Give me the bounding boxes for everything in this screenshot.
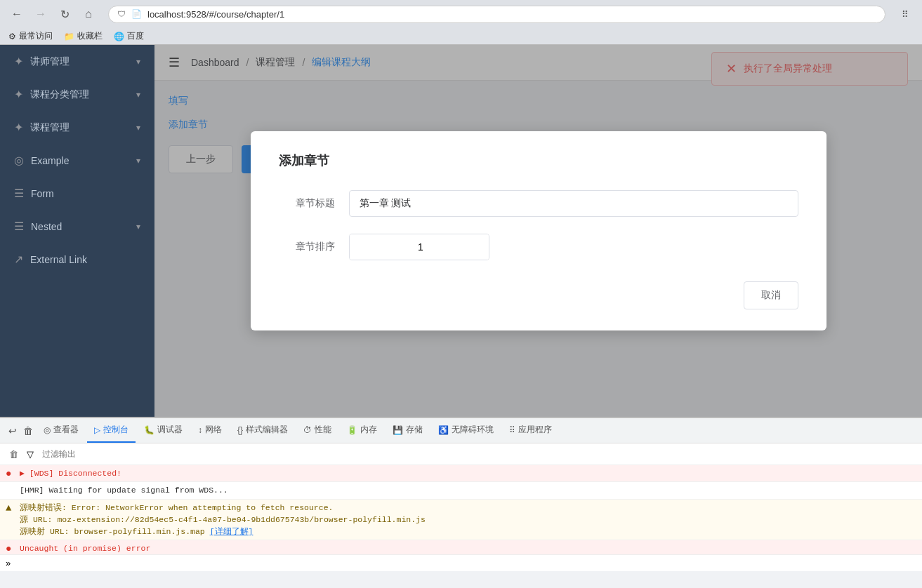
tab-application[interactable]: ⠿ 应用程序 (502, 418, 559, 443)
sidebar: ✦ 讲师管理 ▾ ✦ 课程分类管理 ▾ ✦ 课程管理 ▾ ◎ Example ▾… (0, 45, 154, 417)
bookmark-label: 最常访问 (19, 30, 53, 42)
tab-style-editor[interactable]: {} 样式编辑器 (230, 418, 295, 443)
gear-icon: ⚙ (8, 32, 16, 41)
devtools-console: ● ▶ [WDS] Disconnected! [HMR] Waiting fo… (0, 465, 922, 554)
application-icon: ⠿ (509, 425, 515, 435)
tab-label: 查看器 (53, 424, 79, 436)
refresh-button[interactable]: ↻ (55, 4, 74, 24)
bookmark-frequent[interactable]: ⚙ 最常访问 (8, 30, 53, 42)
tab-memory[interactable]: 🔋 内存 (340, 418, 384, 443)
sidebar-item-instructor[interactable]: ✦ 讲师管理 ▾ (0, 45, 154, 78)
sidebar-item-label: 课程分类管理 (30, 88, 129, 101)
course-icon: ✦ (14, 121, 23, 134)
console-row-source-map-error: ▲ 源映射错误: Error: NetworkError when attemp… (0, 500, 922, 541)
modal-footer: 取消 (279, 281, 798, 309)
url-text: localhost:9528/#/course/chapter/1 (147, 9, 876, 20)
prompt-symbol: » (6, 558, 11, 568)
warning-indicator-icon: ▲ (6, 502, 15, 514)
error-indicator-icon: ● (6, 468, 15, 479)
tab-label: 内存 (360, 424, 377, 436)
sidebar-item-course[interactable]: ✦ 课程管理 ▾ (0, 111, 154, 144)
cancel-button[interactable]: 取消 (744, 281, 798, 309)
browser-titlebar: ← → ↻ ⌂ 🛡 📄 localhost:9528/#/course/chap… (0, 0, 922, 28)
console-text: 源映射错误: Error: NetworkError when attempti… (20, 502, 916, 538)
console-input[interactable] (15, 559, 916, 568)
debugger-icon: 🐛 (144, 425, 154, 435)
tab-storage[interactable]: 💾 存储 (386, 418, 430, 443)
inspector-icon: ◎ (44, 425, 51, 435)
sidebar-item-example[interactable]: ◎ Example ▾ (0, 144, 154, 177)
chapter-order-input[interactable] (350, 234, 489, 260)
main-wrapper: ☰ Dashboard / 课程管理 / 编辑课程大纲 ✕ 执行了全局异常处理 … (154, 45, 922, 417)
memory-icon: 🔋 (347, 425, 357, 435)
chapter-title-label: 章节标题 (279, 197, 335, 210)
chapter-order-label: 章节排序 (279, 241, 335, 253)
filter-icon: ▽ (27, 449, 34, 460)
tab-network[interactable]: ↕ 网络 (191, 418, 229, 443)
security-icon: 🛡 (117, 9, 126, 19)
tab-label: 无障碍环境 (452, 424, 494, 436)
learn-more-link[interactable]: [详细了解] (210, 527, 253, 536)
tab-label: 应用程序 (518, 424, 552, 436)
sidebar-item-label: 讲师管理 (30, 55, 129, 68)
tab-label: 性能 (315, 424, 331, 436)
bookmark-baidu[interactable]: 🌐 百度 (114, 30, 144, 42)
devtools-toolbar: 🗑 ▽ (0, 443, 922, 465)
instructor-icon: ✦ (14, 55, 23, 68)
tab-label: 控制台 (103, 424, 129, 436)
back-button[interactable]: ← (7, 4, 27, 24)
accessibility-icon: ♿ (438, 425, 449, 435)
console-row-uncaught-error: ● Uncaught (in promise) error (0, 540, 922, 554)
sidebar-item-form[interactable]: ☰ Form (0, 177, 154, 210)
example-icon: ◎ (14, 154, 24, 167)
devtools-inspect-icon[interactable]: ↩ (6, 424, 20, 438)
sidebar-item-label: 课程管理 (30, 121, 129, 134)
forward-button[interactable]: → (31, 4, 51, 24)
bookmark-collection[interactable]: 📁 收藏栏 (64, 30, 103, 42)
sidebar-item-external-link[interactable]: ↗ External Link (0, 243, 154, 276)
form-row-order: 章节排序 ▲ ▼ (279, 234, 798, 260)
tab-console[interactable]: ▷ 控制台 (87, 418, 136, 443)
category-icon: ✦ (14, 88, 23, 101)
console-row-wds-disconnected: ● ▶ [WDS] Disconnected! (0, 465, 922, 482)
console-text: [HMR] Waiting for update signal from WDS… (20, 484, 916, 496)
nested-icon: ☰ (14, 220, 24, 233)
form-icon: ☰ (14, 187, 24, 200)
modal-title: 添加章节 (279, 152, 798, 169)
form-row-title: 章节标题 (279, 190, 798, 217)
bookmark-label: 百度 (127, 30, 144, 42)
tab-label: 样式编辑器 (246, 424, 288, 436)
sidebar-item-category[interactable]: ✦ 课程分类管理 ▾ (0, 78, 154, 111)
add-chapter-modal: 添加章节 章节标题 章节排序 ▲ ▼ (251, 131, 826, 330)
browser-menu-button[interactable]: ⠿ (895, 4, 915, 24)
tab-inspector[interactable]: ◎ 查看器 (37, 418, 86, 443)
chevron-down-icon: ▾ (136, 222, 140, 232)
devtools-trash-icon[interactable]: 🗑 (21, 424, 35, 438)
chapter-order-spinner: ▲ ▼ (349, 234, 489, 260)
console-text: Uncaught (in promise) error (20, 542, 916, 554)
devtools-panel: ↩ 🗑 ◎ 查看器 ▷ 控制台 🐛 调试器 ↕ 网络 {} 样式编辑器 ⏱ 性能… (0, 417, 922, 571)
page-icon: 📄 (131, 9, 142, 19)
sidebar-item-label: External Link (30, 254, 140, 265)
clear-console-button[interactable]: 🗑 (6, 446, 21, 462)
chapter-title-input[interactable] (349, 190, 798, 217)
browser-chrome: ← → ↻ ⌂ 🛡 📄 localhost:9528/#/course/chap… (0, 0, 922, 45)
bookmark-label: 收藏栏 (77, 30, 103, 42)
tab-performance[interactable]: ⏱ 性能 (296, 418, 338, 443)
console-prompt: » (0, 554, 922, 571)
home-button[interactable]: ⌂ (79, 4, 98, 24)
tab-debugger[interactable]: 🐛 调试器 (137, 418, 190, 443)
chevron-down-icon: ▾ (136, 90, 140, 100)
sidebar-item-label: Nested (31, 221, 129, 232)
sidebar-item-label: Form (31, 188, 140, 199)
address-bar[interactable]: 🛡 📄 localhost:9528/#/course/chapter/1 (108, 6, 885, 23)
sidebar-item-nested[interactable]: ☰ Nested ▾ (0, 210, 154, 243)
tab-accessibility[interactable]: ♿ 无障碍环境 (431, 418, 501, 443)
chevron-down-icon: ▾ (136, 123, 140, 133)
bookmarks-bar: ⚙ 最常访问 📁 收藏栏 🌐 百度 (0, 28, 922, 44)
folder-icon: 📁 (64, 32, 74, 41)
performance-icon: ⏱ (303, 425, 312, 435)
filter-input[interactable] (39, 448, 916, 460)
chevron-down-icon: ▾ (136, 57, 140, 67)
tab-label: 网络 (205, 424, 222, 436)
